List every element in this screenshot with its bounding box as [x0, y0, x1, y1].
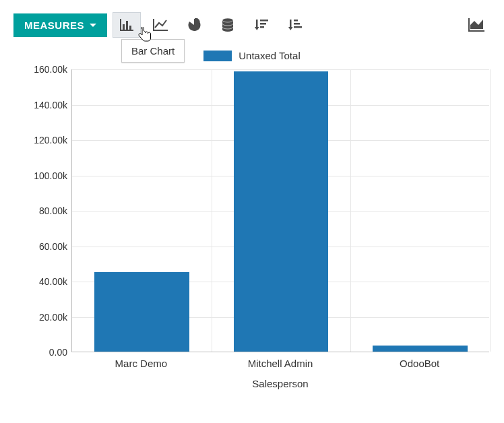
y-tick-label: 160.00k: [13, 64, 67, 75]
svg-rect-4: [129, 26, 131, 30]
legend-label: Untaxed Total: [239, 50, 300, 61]
y-axis: 0.0020.00k40.00k60.00k80.00k100.00k120.0…: [13, 69, 71, 352]
measures-label: MEASURES: [24, 20, 84, 31]
line-chart-button[interactable]: [146, 12, 175, 38]
svg-marker-21: [470, 20, 483, 29]
y-tick-label: 40.00k: [13, 276, 67, 287]
tooltip-text: Bar Chart: [131, 45, 175, 57]
svg-rect-10: [260, 23, 266, 25]
svg-rect-20: [468, 30, 484, 32]
x-tick-label: Mitchell Admin: [248, 358, 313, 369]
stacked-button[interactable]: [214, 12, 242, 38]
bar[interactable]: [94, 272, 189, 352]
svg-rect-6: [153, 30, 168, 31]
y-tick-label: 60.00k: [13, 241, 67, 252]
database-icon: [222, 18, 234, 32]
y-tick-label: 20.00k: [13, 312, 67, 323]
measures-button[interactable]: MEASURES: [13, 13, 107, 37]
x-tick-label: Marc Demo: [115, 358, 168, 369]
chart-legend: Untaxed Total: [0, 44, 504, 64]
svg-rect-3: [126, 21, 128, 30]
sort-asc-button[interactable]: [281, 12, 309, 38]
caret-down-icon: [90, 24, 96, 27]
svg-rect-16: [294, 26, 302, 28]
svg-rect-0: [120, 19, 121, 31]
bar[interactable]: [234, 71, 329, 352]
category-gridline: [212, 69, 212, 352]
y-tick-label: 100.00k: [13, 170, 67, 181]
category-gridline: [490, 69, 491, 352]
plot-area: [71, 69, 489, 352]
y-tick-label: 0.00: [13, 347, 67, 358]
sort-desc-button[interactable]: [247, 12, 276, 38]
x-axis-labels: Marc DemoMitchell AdminOdooBot: [71, 358, 489, 374]
line-chart-icon: [153, 19, 168, 31]
chart-area: 0.0020.00k40.00k60.00k80.00k100.00k120.0…: [13, 69, 491, 399]
y-tick-label: 80.00k: [13, 205, 67, 216]
svg-rect-17: [290, 20, 292, 28]
svg-rect-19: [468, 18, 470, 32]
svg-rect-11: [260, 26, 264, 28]
y-tick-label: 120.00k: [13, 135, 67, 145]
bar-chart-icon: [120, 19, 133, 31]
toolbar: MEASURES: [0, 0, 504, 44]
category-gridline: [350, 69, 351, 352]
bar-chart-button[interactable]: [113, 12, 141, 38]
x-tick-label: OdooBot: [400, 358, 439, 369]
bar[interactable]: [373, 346, 468, 352]
svg-rect-5: [153, 19, 154, 31]
sort-amount-asc-icon: [288, 19, 302, 31]
svg-rect-1: [120, 30, 133, 31]
svg-marker-13: [255, 27, 259, 30]
svg-rect-14: [294, 20, 298, 22]
legend-swatch: [203, 51, 232, 61]
svg-rect-12: [256, 20, 258, 28]
y-tick-label: 140.00k: [13, 100, 67, 110]
gridline: [72, 69, 489, 70]
pie-chart-button[interactable]: [180, 12, 208, 38]
svg-marker-18: [288, 27, 293, 30]
svg-rect-15: [294, 23, 300, 25]
area-chart-button[interactable]: [462, 12, 491, 38]
x-axis-title: Salesperson: [71, 378, 489, 389]
pie-chart-icon: [187, 18, 201, 32]
svg-rect-9: [260, 20, 268, 22]
svg-rect-2: [123, 24, 125, 30]
bar-chart-tooltip: Bar Chart: [121, 39, 185, 63]
sort-amount-desc-icon: [255, 19, 268, 31]
area-chart-icon: [468, 18, 484, 32]
